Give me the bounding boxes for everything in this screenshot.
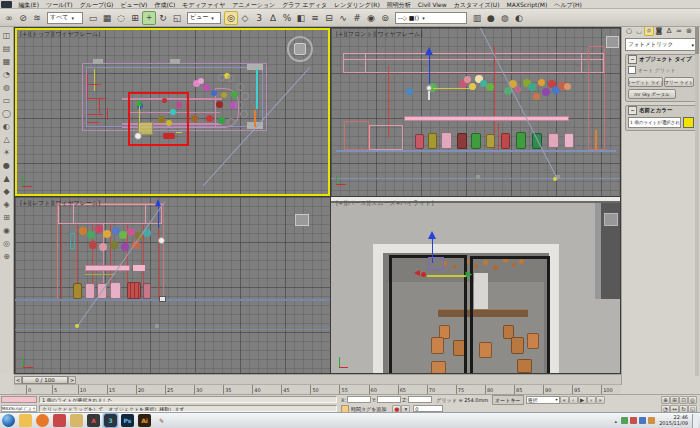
- scene-object[interactable]: [221, 92, 227, 98]
- left-tool-sphere-icon[interactable]: ●: [1, 159, 13, 171]
- percent-snap-toggle-icon[interactable]: %: [280, 11, 294, 25]
- left-tool-plane-icon[interactable]: ▭: [1, 94, 13, 106]
- light-type-dropdown[interactable]: フォトメトリック ▾: [625, 38, 697, 51]
- stool[interactable]: [486, 134, 495, 148]
- go-to-start-icon[interactable]: «: [560, 396, 569, 404]
- category-shapes-icon[interactable]: ◡: [634, 26, 644, 36]
- menu-item[interactable]: アニメーション: [229, 0, 279, 9]
- menu-item[interactable]: レンダリング(R): [331, 0, 384, 9]
- window-crossing-toggle-icon[interactable]: ⊞: [128, 11, 142, 25]
- pendant-lamp[interactable]: [533, 93, 540, 100]
- left-tool-sun-icon[interactable]: ☀: [1, 146, 13, 158]
- pendant-lamp[interactable]: [79, 227, 87, 235]
- tray-icon-green[interactable]: [621, 417, 628, 424]
- menu-item[interactable]: ツール(T): [42, 0, 76, 9]
- stool[interactable]: [415, 134, 424, 149]
- viewport-front-label[interactable]: [+][フロント][ワイヤフレーム]: [336, 30, 422, 39]
- left-tool-view-icon[interactable]: ◫: [1, 29, 13, 41]
- x-coordinate-field[interactable]: [347, 396, 371, 403]
- menu-item[interactable]: グラフ エディタ: [279, 0, 331, 9]
- stool[interactable]: [110, 282, 121, 299]
- scene-object[interactable]: [198, 78, 204, 84]
- scene-object[interactable]: [191, 115, 198, 122]
- selection-set-dropdown[interactable]: 選択 ▾: [526, 396, 560, 404]
- stool[interactable]: [471, 133, 481, 149]
- viewport-top-label[interactable]: [+][トップ][ワイヤフレーム]: [20, 30, 100, 39]
- scene-object[interactable]: [216, 101, 223, 108]
- y-coordinate-field[interactable]: [377, 396, 401, 403]
- viewport-perspective-label[interactable]: [+][パース][スムーズ+ハイライト]: [336, 199, 434, 208]
- rectangular-selection-region-icon[interactable]: ◌: [114, 11, 128, 25]
- add-time-tag[interactable]: 時間タグを追加: [351, 406, 386, 412]
- viewport-front[interactable]: [+][フロント][ワイヤフレーム]: [331, 28, 620, 196]
- viewcube[interactable]: [604, 213, 618, 226]
- viewcube[interactable]: [295, 214, 309, 226]
- stool[interactable]: [516, 132, 526, 149]
- zoom-extents-icon[interactable]: ⊡: [679, 396, 688, 404]
- auto-key-button[interactable]: オートキー: [492, 395, 523, 405]
- left-tool-gem-icon[interactable]: ◈: [1, 198, 13, 210]
- pendant-lamp[interactable]: [464, 76, 471, 83]
- taskbar-illustrator[interactable]: Ai: [138, 414, 151, 427]
- pendant-lamp[interactable]: [119, 231, 127, 239]
- object-type-rollout-header[interactable]: − オブジェクト タイプ: [626, 55, 696, 64]
- zoom-icon[interactable]: ⊕: [661, 396, 670, 404]
- maxscript-welcome[interactable]: MAXScript にようこそ: [1, 405, 37, 412]
- category-geometry-icon[interactable]: ○: [624, 26, 634, 36]
- snaps-toggle-icon[interactable]: 3: [252, 11, 266, 25]
- stool[interactable]: [457, 133, 467, 149]
- track-bar[interactable]: 0510152025303540455055606570758085909510…: [14, 384, 621, 394]
- free-light-button[interactable]: フリー ライト: [664, 77, 694, 87]
- select-and-scale-icon[interactable]: ◱: [170, 11, 184, 25]
- category-systems-icon[interactable]: ⊗: [684, 26, 694, 36]
- pendant-lamp[interactable]: [103, 230, 111, 238]
- stool[interactable]: [143, 283, 151, 299]
- pendant-lamp[interactable]: [564, 83, 571, 90]
- menu-item[interactable]: 編集(E): [15, 0, 42, 9]
- command-panel-scrollbar[interactable]: [695, 16, 699, 376]
- category-lights-icon[interactable]: ☼: [644, 26, 654, 36]
- menu-item[interactable]: ヘルプ(H): [551, 0, 586, 9]
- menu-item[interactable]: Civil View: [414, 0, 450, 9]
- select-and-link-icon[interactable]: ∞: [2, 11, 16, 25]
- pendant-lamp[interactable]: [514, 86, 521, 93]
- sliding-door-left[interactable]: [389, 255, 467, 373]
- maxscript-mini-listener[interactable]: [1, 396, 37, 403]
- render-production-icon[interactable]: ●: [484, 11, 498, 25]
- menu-item[interactable]: 照明分析: [383, 0, 414, 9]
- curve-editor-icon[interactable]: ∿: [336, 11, 350, 25]
- schematic-view-icon[interactable]: #: [350, 11, 364, 25]
- taskbar-pen[interactable]: ✎: [155, 414, 168, 427]
- bind-to-space-warp-icon[interactable]: ≋: [30, 11, 44, 25]
- pendant-lamp[interactable]: [95, 225, 103, 233]
- pendant-lamp[interactable]: [127, 228, 135, 236]
- scene-object[interactable]: [206, 115, 213, 122]
- select-and-manipulate-icon[interactable]: ◇: [238, 11, 252, 25]
- named-selection-set-field[interactable]: --◇ ■() ▾: [395, 12, 467, 24]
- taskbar-explorer[interactable]: [19, 414, 32, 427]
- mirror-icon[interactable]: ◧: [294, 11, 308, 25]
- play-animation-icon[interactable]: ▶: [578, 396, 587, 404]
- align-icon[interactable]: ≡: [308, 11, 322, 25]
- sphere-object[interactable]: [134, 132, 142, 140]
- left-tool-camera-icon[interactable]: ◔: [1, 68, 13, 80]
- material-editor-icon[interactable]: ◉: [364, 11, 378, 25]
- z-coordinate-field[interactable]: [408, 396, 432, 403]
- left-tool-cone-icon[interactable]: △: [1, 133, 13, 145]
- application-button[interactable]: [1, 1, 12, 8]
- pendant-lamp[interactable]: [89, 241, 97, 249]
- render-setup-icon[interactable]: ⊚: [378, 11, 392, 25]
- select-and-move-icon[interactable]: ＋: [142, 11, 156, 25]
- left-tool-layout-icon[interactable]: ▤: [1, 42, 13, 54]
- left-tool-half-icon[interactable]: ◐: [1, 120, 13, 132]
- taskbar-app-sai[interactable]: [70, 414, 83, 427]
- stool[interactable]: [501, 133, 510, 149]
- left-tool-grid-icon[interactable]: ▦: [1, 55, 13, 67]
- select-by-name-icon[interactable]: ▦: [100, 11, 114, 25]
- zoom-all-icon[interactable]: ⊞: [670, 396, 679, 404]
- left-tool-circle-icon[interactable]: ◯: [1, 107, 13, 119]
- stool[interactable]: [441, 132, 452, 149]
- pendant-lamp[interactable]: [538, 79, 545, 86]
- taskbar-app-red[interactable]: [53, 414, 66, 427]
- render-last-icon[interactable]: ◐: [512, 11, 526, 25]
